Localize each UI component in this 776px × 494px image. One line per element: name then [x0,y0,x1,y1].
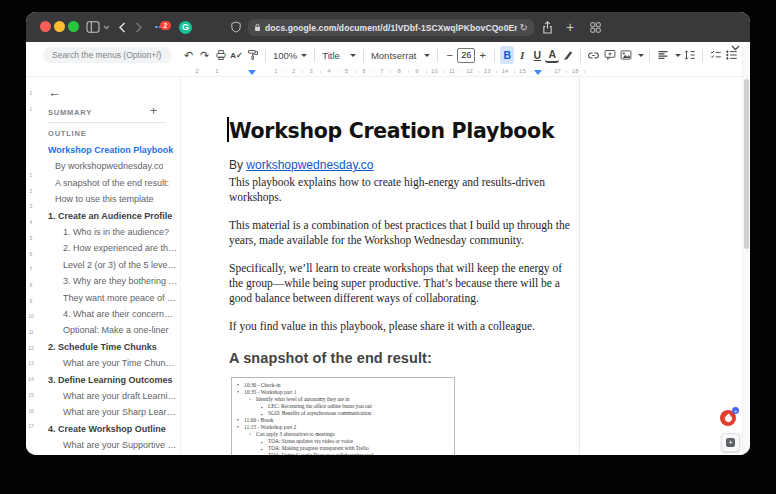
indent-marker-right[interactable] [534,70,542,75]
outline-item[interactable]: By workshopwednesday.co [55,161,163,171]
outline-item[interactable]: They want more peace of … [63,293,176,303]
document-title[interactable]: Workshop Creation Playbook [229,119,554,143]
url-text: docs.google.com/document/d/1lVDbf-1SCXwq… [265,23,517,33]
outline-item[interactable]: 1. Who is in the audience? [63,227,169,237]
bold-button[interactable]: B [500,46,514,64]
document-body[interactable]: This playbook explains how to create hig… [229,175,571,455]
print-icon[interactable] [213,46,228,64]
outline-item[interactable]: How to use this template [55,194,154,204]
ruler-tick [373,71,374,73]
paint-format-icon[interactable] [245,46,260,64]
snapshot-item: LEC: Recreating the office online burns … [234,403,450,410]
spellcheck-icon[interactable]: A✓ [229,46,244,64]
outline-item[interactable]: 3. Why are they bothering … [63,276,178,286]
underline-button[interactable]: U [530,46,544,64]
redo-icon[interactable]: ↷ [197,46,212,64]
close-window-button[interactable] [40,21,51,32]
outline-item[interactable]: 2. Schedule Time Chunks [48,342,157,352]
ruler-tick [285,71,286,73]
byline-link[interactable]: workshopwednesday.co [246,158,373,172]
font-select[interactable]: Montserrat [369,46,432,64]
paragraph[interactable]: This material is a combination of best p… [229,218,571,248]
zoom-window-button[interactable] [68,21,79,32]
snapshot-image[interactable]: 10:30 - Check-in10:35 - Workshop part 1I… [231,377,455,455]
divider [48,122,166,123]
ruler-number: 1 [26,172,36,178]
zoom-select[interactable]: 100% [271,46,309,64]
search-menus-input[interactable] [43,47,172,63]
snapshot-item: TOA: Status updates via video or voice [234,438,450,445]
outline-item[interactable]: What are your Time Chun… [63,358,175,368]
new-tab-button[interactable]: + [566,19,574,35]
extension-notification-badge: 2 [160,21,171,30]
vertical-ruler[interactable]: 211234567891011121314151617 [26,77,36,455]
url-bar[interactable]: docs.google.com/document/d/1lVDbf-1SCXwq… [248,19,534,36]
back-button[interactable] [118,19,126,35]
text-color-button[interactable]: A [545,48,559,63]
insert-image-icon[interactable] [618,46,633,64]
safari-window: 2 G docs.google.com/document/d/1lVDbf-1S… [26,12,750,455]
undo-icon[interactable]: ↶ [181,46,196,64]
outline-item[interactable]: 4. What are their concern… [63,309,173,319]
font-size-input[interactable]: 26 [457,48,475,63]
paragraph[interactable]: If you find value in this playbook, plea… [229,319,571,334]
close-outline-icon[interactable]: ← [48,85,61,100]
outline-item[interactable]: 3. Define Learning Outcomes [48,375,173,385]
outline-item[interactable]: Level 2 (or 3) of the 5 leve… [63,260,177,270]
scrollbar-thumb[interactable] [744,79,749,249]
extension-floating-icon[interactable]: + [720,410,736,426]
chevron-down-icon [675,54,681,57]
italic-button[interactable]: I [515,46,529,64]
paragraph-style-select[interactable]: Title [320,46,358,64]
grammarly-extension-icon[interactable]: G [179,19,192,35]
paragraph[interactable]: This playbook explains how to create hig… [229,175,571,205]
share-icon[interactable] [542,19,553,35]
ruler-number: 10 [431,68,438,74]
outline-item[interactable]: 1. Create an Audience Profile [48,211,172,221]
ruler-number: 1 [26,106,36,112]
minimize-window-button[interactable] [54,21,65,32]
ruler-tick [549,71,550,73]
horizontal-ruler[interactable]: 211234567891011121314151718 [26,68,750,77]
indent-marker-left[interactable] [248,70,256,75]
increase-font-size-button[interactable]: + [476,46,489,64]
add-summary-button[interactable]: + [150,104,157,118]
line-spacing-icon[interactable] [682,46,697,64]
paragraph[interactable]: Specifically, we’ll learn to create work… [229,261,571,306]
ruler-number: 2 [26,90,36,96]
refresh-icon[interactable]: ↻ [520,22,528,33]
forward-button[interactable] [135,19,143,35]
sidebar-toggle-icon[interactable] [86,19,100,35]
ruler-number: 7 [26,266,36,272]
ruler-tick [355,71,356,73]
outline-item[interactable]: Workshop Creation Playbook [48,145,173,155]
outline-item[interactable]: 4. Create Workshop Outline [48,424,166,434]
scrollbar[interactable] [742,47,750,455]
checklist-icon[interactable] [708,46,723,64]
extension-dots-icon[interactable]: 2 [155,19,166,35]
snapshot-item: 10:35 - Workshop part 1 [234,389,450,396]
hide-menus-chevron-icon[interactable] [731,45,740,51]
decrease-font-size-button[interactable]: − [443,46,456,64]
document-page[interactable]: Workshop Creation Playbook By workshopwe… [180,77,579,455]
section-heading[interactable]: A snapshot of the end result: [229,351,571,366]
insert-link-icon[interactable] [586,46,601,64]
tab-overview-icon[interactable] [590,19,601,35]
outline-item[interactable]: 2. How experienced are th… [63,243,177,253]
sidebar-chevron-down-icon[interactable] [103,19,110,35]
privacy-shield-icon[interactable] [231,19,241,35]
outline-item[interactable]: A snapshot of the end result: [55,178,169,188]
highlight-color-icon[interactable] [560,46,575,64]
ruler-number: 15 [26,392,36,398]
browser-titlebar: 2 G docs.google.com/document/d/1lVDbf-1S… [26,12,750,42]
ruler-number: 10 [26,313,36,319]
ruler-number: 8 [398,68,401,74]
outline-item[interactable]: What are your Sharp Lear… [63,407,176,417]
add-comment-icon[interactable] [602,46,617,64]
add-floating-button[interactable]: + [721,433,740,452]
outline-item[interactable]: What are your draft Learni… [63,391,177,401]
outline-item[interactable]: Optional: Make a one-liner [63,325,169,335]
outline-item[interactable]: What are your Supportive … [63,440,177,450]
align-left-icon[interactable] [655,46,670,64]
snapshot-item: TOA: Using Google Docs as a collaborativ… [234,452,450,455]
